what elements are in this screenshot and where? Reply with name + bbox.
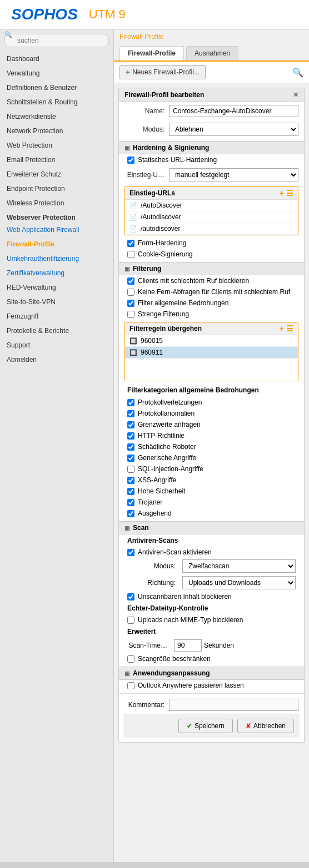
scangroesse-label: Scangröße beschränken bbox=[138, 655, 211, 663]
sidebar-item-red-verwaltung[interactable]: RED-Verwaltung bbox=[0, 280, 113, 295]
scangroesse-row: Scangröße beschränken bbox=[119, 653, 304, 664]
sidebar-item-email-protection[interactable]: Email Protection bbox=[0, 153, 113, 167]
cookie-signierung-row: Cookie-Signierung bbox=[119, 249, 304, 260]
url-item-1: 📄 /AutoDiscover bbox=[125, 200, 298, 211]
sidebar-item-dashboard[interactable]: Dashboard bbox=[0, 52, 113, 66]
sidebar-item-netzwerkdienste[interactable]: Netzwerkdienste bbox=[0, 109, 113, 124]
outlook-anywhere-label: Outlook Anywhere passieren lassen bbox=[138, 682, 244, 689]
sidebar-item-web-application-firewall[interactable]: Web Application Firewall bbox=[0, 223, 113, 237]
kat-sql-injection-checkbox[interactable] bbox=[127, 466, 134, 473]
search-box[interactable] bbox=[0, 29, 113, 52]
sidebar-item-site-to-site-vpn[interactable]: Site-to-Site-VPN bbox=[0, 295, 113, 309]
static-url-hardening-row: Statisches URL-Hardening bbox=[119, 154, 304, 165]
filterkategorien-title: Filterkategorien allgemeine Bedrohungen bbox=[119, 383, 304, 397]
main-container: Dashboard Verwaltung Definitionen & Benu… bbox=[0, 29, 309, 862]
save-button[interactable]: ✔ Speichern bbox=[178, 719, 233, 733]
kat-ausgehend-checkbox[interactable] bbox=[127, 510, 134, 517]
sidebar-item-fernzugriff[interactable]: Fernzugriff bbox=[0, 309, 113, 324]
add-url-button[interactable]: + bbox=[280, 189, 284, 198]
filterregeln-panel: Filterregeln übergehen + ☰ 🔲 960015 🔲 96… bbox=[124, 322, 298, 381]
kat-trojaner: Trojaner bbox=[119, 497, 304, 508]
clients-schlechtem-ruf-checkbox[interactable] bbox=[127, 277, 134, 285]
section-toggle-hardening[interactable]: ▣ bbox=[124, 145, 129, 151]
sidebar-item-erweiterter-schutz[interactable]: Erweiterter Schutz bbox=[0, 167, 113, 181]
clients-schlechtem-ruf-row: Clients mit schlechtem Ruf blockieren bbox=[119, 275, 304, 286]
kat-hohe-sicherheit-checkbox[interactable] bbox=[127, 488, 134, 495]
sidebar-item-abmelden[interactable]: Abmelden bbox=[0, 352, 113, 367]
sidebar-item-schnittstellen[interactable]: Schnittstellen & Routing bbox=[0, 95, 113, 109]
static-url-hardening-checkbox[interactable] bbox=[127, 157, 134, 164]
sidebar-item-firewall-profile[interactable]: Firewall-Profile bbox=[0, 237, 113, 251]
uploads-mime-checkbox[interactable] bbox=[127, 617, 134, 624]
cancel-label: Abbrechen bbox=[253, 722, 286, 730]
strenge-filterung-checkbox[interactable] bbox=[127, 311, 134, 318]
tabs-container: Firewall-Profile Ausnahmen bbox=[114, 44, 309, 62]
section-toggle-scan[interactable]: ▣ bbox=[124, 525, 129, 531]
antiviren-scan-row: Antiviren-Scan aktivieren bbox=[119, 547, 304, 558]
kat-xss-angriffe-checkbox[interactable] bbox=[127, 477, 134, 484]
kat-generische-angriffe-checkbox[interactable] bbox=[127, 455, 134, 462]
antiviren-scan-checkbox[interactable] bbox=[127, 549, 134, 556]
kat-protokollanomalien-checkbox[interactable] bbox=[127, 410, 134, 417]
kat-schaedliche-roboter-checkbox[interactable] bbox=[127, 443, 134, 451]
name-input[interactable] bbox=[169, 105, 298, 117]
kommentar-row: Kommentar: bbox=[119, 696, 304, 714]
sidebar-item-umkehrauthentifizierung[interactable]: Umkehrauthentifizierung bbox=[0, 251, 113, 266]
scan-timeout-input[interactable] bbox=[174, 639, 202, 652]
outlook-anywhere-row: Outlook Anywhere passieren lassen bbox=[119, 680, 304, 691]
kat-trojaner-checkbox[interactable] bbox=[127, 499, 134, 506]
filterregel-item-2: 🔲 960911 bbox=[125, 347, 298, 359]
kat-generische-angriffe-label: Generische Angriffe bbox=[138, 454, 196, 462]
scan-richtung-label: Richtung: bbox=[141, 579, 180, 587]
kat-protokollverletzungen-checkbox[interactable] bbox=[127, 399, 134, 406]
kat-http-richtlinie: HTTP-Richtlinie bbox=[119, 430, 304, 441]
url-menu-button[interactable]: ☰ bbox=[286, 189, 293, 198]
section-hardening: ▣ Hardening & Signierung bbox=[119, 141, 304, 154]
logo-utm: UTM 9 bbox=[89, 7, 126, 22]
filterregel-menu-button[interactable]: ☰ bbox=[286, 324, 293, 333]
section-toggle-filterung[interactable]: ▣ bbox=[124, 266, 129, 272]
sidebar-item-network-protection[interactable]: Network Protection bbox=[0, 124, 113, 138]
url-icon-1: 📄 bbox=[129, 202, 137, 209]
url-item-2: 📄 /Autodiscover bbox=[125, 211, 298, 223]
sidebar-item-support[interactable]: Support bbox=[0, 338, 113, 352]
filter-allgemeine-checkbox[interactable] bbox=[127, 300, 134, 307]
cookie-signierung-label: Cookie-Signierung bbox=[138, 250, 193, 258]
keine-fern-abfragen-checkbox[interactable] bbox=[127, 289, 134, 296]
modus-select[interactable]: Ablehnen bbox=[169, 123, 298, 136]
kat-ausgehend-label: Ausgehend bbox=[138, 509, 172, 517]
section-toggle-anwendungsanpassung[interactable]: ▣ bbox=[124, 670, 129, 677]
url-icon-2: 📄 bbox=[129, 214, 137, 221]
form-hardening-checkbox[interactable] bbox=[127, 240, 134, 247]
scangroesse-checkbox[interactable] bbox=[127, 655, 134, 663]
kommentar-input[interactable] bbox=[169, 699, 298, 711]
sidebar-item-protokolle[interactable]: Protokolle & Berichte bbox=[0, 324, 113, 338]
cancel-button[interactable]: ✘ Abbrechen bbox=[237, 719, 294, 733]
kat-schaedliche-roboter-label: Schädliche Roboter bbox=[138, 443, 196, 451]
scan-modus-select[interactable]: Zweifachscan bbox=[182, 559, 296, 573]
close-icon[interactable]: ✕ bbox=[293, 91, 298, 99]
tab-firewall-profile[interactable]: Firewall-Profile bbox=[119, 46, 184, 60]
einstieg-urls-actions: + ☰ bbox=[280, 189, 293, 198]
outlook-anywhere-checkbox[interactable] bbox=[127, 682, 134, 689]
einstieg-select[interactable]: manuell festgelegt bbox=[169, 168, 298, 181]
kat-grenzwerte-checkbox[interactable] bbox=[127, 421, 134, 428]
sidebar-item-definitionen[interactable]: Definitionen & Benutzer bbox=[0, 80, 113, 95]
breadcrumb: Firewall-Profile bbox=[114, 29, 309, 44]
search-input[interactable] bbox=[4, 34, 109, 47]
sidebar-item-verwaltung[interactable]: Verwaltung bbox=[0, 66, 113, 80]
kat-http-richtlinie-checkbox[interactable] bbox=[127, 432, 134, 440]
kat-protokollverletzungen-label: Protokollverletzungen bbox=[138, 398, 202, 406]
sidebar-item-zertifikatverwaltung[interactable]: Zertifikatverwaltung bbox=[0, 266, 113, 280]
sidebar-item-endpoint-protection[interactable]: Endpoint Protection bbox=[0, 181, 113, 196]
sidebar-item-web-protection[interactable]: Web Protection bbox=[0, 138, 113, 153]
sidebar-item-webserver-protection[interactable]: Webserver Protection bbox=[0, 210, 113, 223]
cookie-signierung-checkbox[interactable] bbox=[127, 251, 134, 258]
filterregel-item-1: 🔲 960015 bbox=[125, 335, 298, 347]
new-firewall-profile-button[interactable]: Neues Firewall-Profil... bbox=[119, 65, 206, 79]
tab-ausnahmen[interactable]: Ausnahmen bbox=[186, 46, 238, 60]
unscannbaren-inhalt-checkbox[interactable] bbox=[127, 593, 134, 600]
add-filterregel-button[interactable]: + bbox=[280, 324, 284, 333]
scan-richtung-select[interactable]: Uploads und Downloads bbox=[182, 576, 296, 589]
sidebar-item-wireless-protection[interactable]: Wireless Protection bbox=[0, 196, 113, 210]
